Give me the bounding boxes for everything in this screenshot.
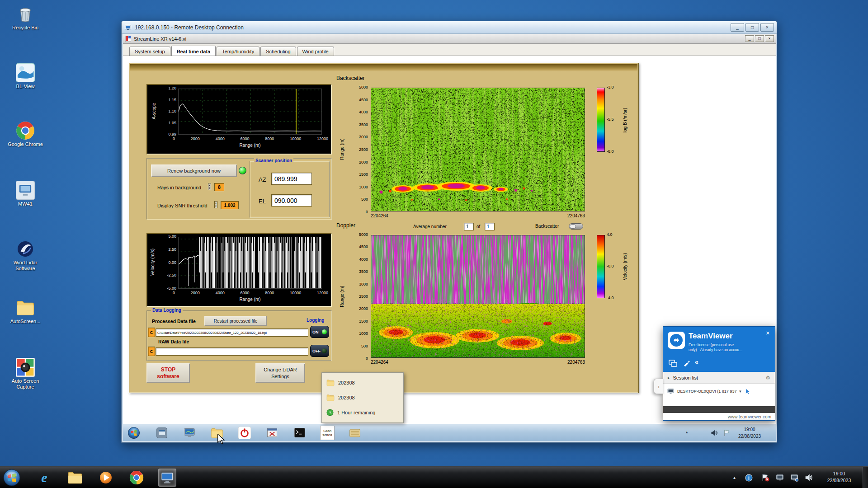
desktop-icon-recycle-bin[interactable]: Recycle Bin xyxy=(4,5,47,31)
desktop-icon-wind-lidar[interactable]: Wind Lidar Software xyxy=(4,239,47,272)
desktop-icon-label: BL-View xyxy=(16,84,35,89)
backscatter-colorbar-label: log B (/m/sr) xyxy=(623,108,627,132)
teamviewer-link[interactable]: www.teamviewer.com xyxy=(728,414,771,419)
tab-real-time-data[interactable]: Real time data xyxy=(171,46,216,56)
rdp-close-button[interactable]: × xyxy=(760,23,774,32)
raw-logging-switch[interactable]: OFF xyxy=(310,345,329,357)
remote-task-window[interactable] xyxy=(265,426,279,440)
host-clock[interactable]: 19:00 22/08/2023 xyxy=(819,470,859,484)
snr-value[interactable]: 1.002 xyxy=(221,201,239,209)
remote-task-cmd[interactable] xyxy=(292,426,307,440)
rays-value[interactable]: 8 xyxy=(214,183,224,191)
processed-path-field[interactable]: C:\Lidar\Data\Proc\2023\202308\20230822\… xyxy=(156,328,308,337)
snr-spinner[interactable]: ▴▾ xyxy=(214,201,217,208)
change-lidar-settings-button[interactable]: Change LiDARSettings xyxy=(255,363,305,383)
tray-network-icon[interactable] xyxy=(790,474,798,482)
tray-action-center-icon[interactable] xyxy=(761,474,769,482)
ascope-xlabel: Range (m) xyxy=(178,143,322,148)
teamviewer-expander[interactable]: › xyxy=(654,379,663,394)
teamviewer-logo xyxy=(668,332,685,349)
tab-temp-humidity[interactable]: Temp/humidity xyxy=(217,47,259,56)
tab-scheduling[interactable]: Scheduling xyxy=(260,47,296,56)
renew-background-button[interactable]: Renew background now xyxy=(151,164,237,177)
host-task-ie[interactable]: e xyxy=(35,469,53,487)
popup-item[interactable]: 1 Hour remaining xyxy=(322,405,403,420)
desktop-icon-bl-view[interactable]: BL-View xyxy=(4,63,47,89)
remote-clock[interactable]: 19:00 22/08/2023 xyxy=(733,426,766,440)
teamviewer-collapse-icon[interactable]: « xyxy=(695,358,698,366)
remote-flag-icon[interactable] xyxy=(723,429,731,436)
host-task-wmp[interactable] xyxy=(97,469,115,487)
show-desktop-button[interactable] xyxy=(863,467,868,488)
restart-processed-file-button[interactable]: Restart processed file xyxy=(204,316,267,326)
tray-display-icon[interactable] xyxy=(776,474,784,482)
rdp-titlebar[interactable]: 192.168.0.150 - Remote Desktop Connectio… xyxy=(122,21,777,34)
host-start-button[interactable] xyxy=(3,469,21,488)
popup-item[interactable]: 202308 xyxy=(322,375,403,390)
teamviewer-brush-icon[interactable] xyxy=(682,359,690,367)
doppler-heading: Doppler xyxy=(336,222,355,229)
teamviewer-list-icon[interactable] xyxy=(669,359,678,367)
teamviewer-session-list[interactable]: ▸ Session list ⚙ xyxy=(663,372,775,384)
remote-task-app[interactable] xyxy=(155,426,169,440)
backscatter-colorbar-ticks: -3.0-5.5-8.0 xyxy=(607,85,618,154)
vi-titlebar[interactable]: StreamLine XR v14-6.vi _ □ × xyxy=(123,34,776,44)
host-task-chrome[interactable] xyxy=(127,469,146,487)
folder-icon xyxy=(326,379,335,387)
host-task-explorer[interactable] xyxy=(66,469,84,487)
remote-tray-expand-icon[interactable]: ▴ xyxy=(686,430,688,434)
backscatter-colorbar xyxy=(597,88,605,152)
rays-spinner[interactable]: ▴▾ xyxy=(208,183,211,190)
az-value[interactable]: 089.999 xyxy=(271,173,312,185)
teamviewer-header: TeamViewer Free license (personal use on… xyxy=(663,327,775,372)
el-value[interactable]: 090.000 xyxy=(271,194,312,206)
tab-system-setup[interactable]: System setup xyxy=(129,47,170,56)
rdp-maximize-button[interactable]: □ xyxy=(745,23,759,32)
processed-logging-switch[interactable]: ON xyxy=(310,326,329,338)
doppler-colorbar-label: Velocity (m/s) xyxy=(623,253,627,280)
data-logging-frame: Data Logging Processed Data file Restart… xyxy=(146,310,332,361)
processed-drive-box[interactable]: C xyxy=(148,328,155,337)
session-gear-icon[interactable]: ⚙ xyxy=(765,375,770,381)
desktop-icon-mw41[interactable]: MW41 xyxy=(4,181,47,207)
remote-volume-icon[interactable] xyxy=(711,429,718,436)
vi-minimize-button[interactable]: _ xyxy=(745,35,754,42)
desktop-icon-label: MW41 xyxy=(18,201,33,207)
remote-start-button[interactable] xyxy=(127,427,140,441)
host-task-rdp-active[interactable] xyxy=(158,469,176,487)
panel-top-strip xyxy=(130,64,637,71)
desktop-icon-label: Recycle Bin xyxy=(12,25,38,31)
raw-path-field[interactable] xyxy=(156,347,308,356)
vi-close-button[interactable]: × xyxy=(765,35,774,42)
popup-item[interactable]: 202308 xyxy=(322,390,403,405)
tab-wind-profile[interactable]: Wind profile xyxy=(297,47,334,56)
velocity-xticks: 020004000600080001000012000 xyxy=(173,291,328,295)
desktop-icon-auto-screen-capture[interactable]: Auto Screen Capture xyxy=(4,358,47,390)
doppler-time-axis: 2204264 2204763 xyxy=(371,360,585,365)
average-total-value[interactable]: 1 xyxy=(485,223,495,230)
desktop-icon-label: Google Chrome xyxy=(8,141,43,147)
remote-task-scan-sched[interactable]: Scan sched xyxy=(320,426,335,440)
average-number-value[interactable]: 1 xyxy=(464,223,474,230)
session-list-label: Session list xyxy=(673,375,698,380)
desktop-icon-chrome[interactable]: Google Chrome xyxy=(4,121,47,147)
desktop-icon-label: Wind Lidar Software xyxy=(4,260,47,272)
remote-task-archive[interactable] xyxy=(348,426,362,440)
teamviewer-device-row[interactable]: DESKTOP-OE0QDVI (1 817 937 ▼ xyxy=(663,384,775,399)
remote-task-power[interactable] xyxy=(237,426,252,440)
rdp-minimize-button[interactable]: _ xyxy=(731,23,744,32)
teamviewer-close-icon[interactable]: × xyxy=(766,329,770,337)
desktop-icon-autoscreen[interactable]: AutoScreen... xyxy=(4,298,47,324)
backscatter-ylabel: Range (m) xyxy=(340,138,344,160)
raw-drive-box[interactable]: C xyxy=(148,347,155,356)
stop-software-button[interactable]: STOPsoftware xyxy=(146,363,190,383)
backscatter-toggle[interactable] xyxy=(569,223,583,230)
tray-expand-icon[interactable]: ▴ xyxy=(733,475,736,480)
vi-maximize-button[interactable]: □ xyxy=(755,35,764,42)
processed-file-label: Processed Data file xyxy=(152,319,196,324)
controls-frame: Renew background now Rays in background … xyxy=(146,158,332,220)
remote-task-display[interactable] xyxy=(182,426,197,440)
tray-volume-icon[interactable] xyxy=(805,474,813,482)
device-dropdown-icon[interactable]: ▼ xyxy=(738,389,742,394)
tray-info-icon[interactable] xyxy=(745,474,753,482)
